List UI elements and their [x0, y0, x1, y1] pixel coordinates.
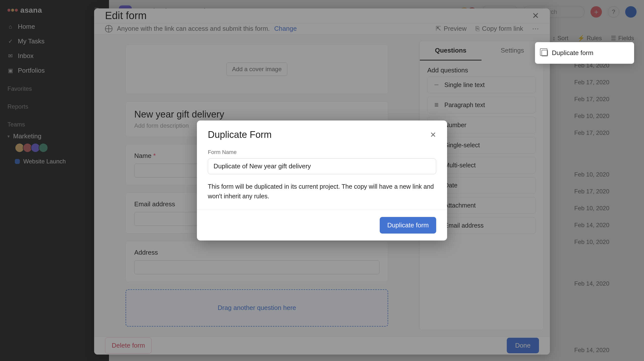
modal-note: This form will be duplicated in its curr…: [208, 182, 436, 201]
duplicate-form-submit-button[interactable]: Duplicate form: [380, 217, 436, 234]
modal-close-button[interactable]: ✕: [430, 130, 436, 139]
modal-title: Duplicate Form: [208, 129, 272, 140]
modal-backdrop[interactable]: Duplicate Form ✕ Form Name This form wil…: [0, 0, 644, 361]
form-name-label: Form Name: [208, 149, 436, 155]
duplicate-form-modal: Duplicate Form ✕ Form Name This form wil…: [197, 121, 447, 241]
form-name-input[interactable]: [208, 158, 436, 174]
